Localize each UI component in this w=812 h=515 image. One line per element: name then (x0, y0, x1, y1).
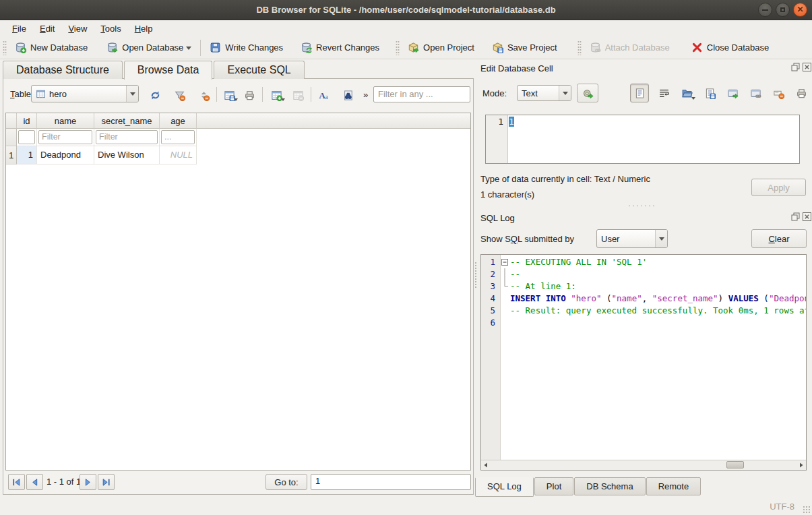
word-wrap-button[interactable] (654, 84, 673, 102)
bottom-tab-remote[interactable]: Remote (646, 477, 701, 495)
tab-browse-data[interactable]: Browse Data (124, 61, 213, 80)
link-cell-button[interactable] (746, 84, 765, 102)
goto-record-input[interactable]: 1 (311, 474, 471, 490)
toolbar-overflow-chevron[interactable]: » (363, 90, 368, 100)
fold-line-icon[interactable] (500, 268, 510, 280)
first-record-button[interactable] (8, 474, 25, 490)
scroll-right-icon[interactable] (797, 460, 806, 469)
print-button[interactable] (241, 86, 258, 104)
row-header[interactable]: 1 (6, 146, 17, 164)
goto-button[interactable]: Go to: (266, 474, 307, 490)
cell-secret-name[interactable]: Dive Wilson (94, 146, 160, 164)
bottom-tab-plot[interactable]: Plot (534, 477, 573, 495)
insert-record-button[interactable] (268, 86, 285, 104)
sql-log-hscrollbar[interactable] (481, 460, 806, 470)
open-external-button[interactable] (723, 84, 742, 102)
maximize-button[interactable] (776, 3, 790, 17)
mode-select[interactable]: Text (517, 85, 571, 101)
save-project-button[interactable]: Save Project (487, 38, 563, 57)
cell-editor-content[interactable]: 1 (508, 115, 514, 163)
write-changes-button[interactable]: Write Changes (204, 38, 288, 57)
scrollbar-thumb[interactable] (726, 461, 744, 468)
float-dock-icon[interactable] (791, 212, 800, 221)
refresh-button[interactable] (146, 86, 164, 104)
menu-tools[interactable]: Tools (94, 22, 127, 36)
cell-editor[interactable]: 1 1 (485, 115, 800, 164)
revert-changes-button[interactable]: Revert Changes (295, 38, 385, 57)
close-icon: ✕ (797, 5, 803, 13)
new-database-button[interactable]: New Database (9, 38, 93, 57)
attach-database-button[interactable]: Attach Database (584, 38, 675, 57)
toolbar-drag-handle[interactable] (3, 40, 7, 55)
apply-button[interactable]: Apply (751, 179, 806, 196)
bottom-tab-sql-log[interactable]: SQL Log (475, 477, 534, 497)
next-record-button[interactable] (80, 474, 96, 490)
set-null-button[interactable] (769, 84, 788, 102)
bottom-tab-db-schema[interactable]: DB Schema (574, 477, 645, 495)
import-data-button[interactable] (677, 84, 696, 102)
filter-input-id[interactable] (18, 130, 35, 144)
close-dock-icon[interactable] (803, 212, 811, 221)
auto-format-button[interactable] (577, 84, 598, 102)
data-grid[interactable]: idnamesecret_nameageFilterFilter...11Dea… (5, 113, 471, 471)
close-database-button[interactable]: Close Database (686, 38, 775, 57)
filter-input-name[interactable]: Filter (38, 130, 92, 144)
clear-sort-button[interactable] (195, 86, 212, 104)
clear-filters-icon (174, 90, 185, 101)
table-select[interactable]: hero (31, 85, 139, 102)
column-header-name[interactable]: name (37, 113, 94, 129)
tab-execute-sql[interactable]: Execute SQL (214, 61, 304, 79)
sql-log-view[interactable]: 1-- EXECUTING ALL IN 'SQL 1'2--3-- At li… (480, 254, 807, 471)
dropdown-caret-icon[interactable] (234, 98, 238, 103)
print-cell-button[interactable] (792, 84, 811, 102)
scroll-left-icon[interactable] (481, 460, 491, 469)
dock-resize-handle[interactable] (474, 262, 477, 289)
open-database-button[interactable]: Open Database (101, 38, 197, 57)
find-in-table-button[interactable] (339, 86, 356, 104)
open-project-button[interactable]: Open Project (402, 38, 480, 57)
filter-input-age[interactable]: ... (161, 130, 195, 144)
close-button[interactable]: ✕ (793, 3, 807, 17)
grid-corner[interactable] (6, 113, 17, 129)
minimize-button[interactable] (758, 3, 772, 17)
tab-database-structure[interactable]: Database Structure (3, 61, 123, 79)
save-table-button[interactable] (220, 86, 238, 104)
fold-box-minus-icon[interactable] (500, 256, 510, 268)
filter-any-column-input[interactable]: Filter in any ... (373, 86, 470, 102)
delete-record-button (289, 86, 307, 104)
sql-source-select[interactable]: User (596, 229, 668, 248)
clear-filters-button[interactable] (170, 86, 188, 104)
cell-name[interactable]: Deadpond (37, 146, 94, 164)
menu-file[interactable]: File (5, 22, 33, 36)
toolbar-drag-handle[interactable] (577, 40, 582, 55)
filter-cell: Filter (37, 129, 94, 146)
dropdown-caret-icon[interactable] (691, 97, 695, 102)
last-record-button[interactable] (98, 474, 115, 490)
filter-input-secret-name[interactable]: Filter (96, 130, 158, 144)
sql-log-line: 4INSERT INTO "hero" ("name", "secret_nam… (481, 293, 806, 305)
toolbar-drag-handle[interactable] (396, 40, 400, 55)
menu-help[interactable]: Help (128, 22, 160, 36)
fold-corner-icon[interactable] (500, 280, 510, 293)
float-dock-icon[interactable] (791, 63, 800, 71)
clear-log-button[interactable]: Clear (751, 229, 807, 248)
cell-id[interactable]: 1 (17, 146, 37, 164)
edit-display-format-button[interactable]: Aa (315, 86, 333, 104)
close-dock-icon[interactable] (803, 63, 811, 71)
show-sql-label: Show SQL submitted by (480, 234, 574, 244)
previous-record-button[interactable] (26, 474, 43, 490)
column-header-id[interactable]: id (17, 113, 37, 129)
menu-view[interactable]: View (61, 22, 94, 36)
resize-grip-icon[interactable] (803, 506, 811, 514)
menu-edit[interactable]: Edit (33, 22, 61, 36)
toolbar-button-label: Close Database (707, 42, 770, 53)
dropdown-caret-icon[interactable] (281, 98, 285, 103)
open-project-icon (408, 42, 419, 53)
cell-age[interactable]: NULL (160, 146, 197, 164)
export-data-button[interactable] (700, 84, 719, 102)
column-header-secret-name[interactable]: secret_name (94, 113, 160, 129)
column-header-age[interactable]: age (160, 113, 197, 129)
dock-splitter-handle[interactable] (627, 204, 657, 208)
text-mode-button[interactable] (630, 84, 649, 102)
dropdown-caret-icon[interactable] (186, 47, 191, 53)
